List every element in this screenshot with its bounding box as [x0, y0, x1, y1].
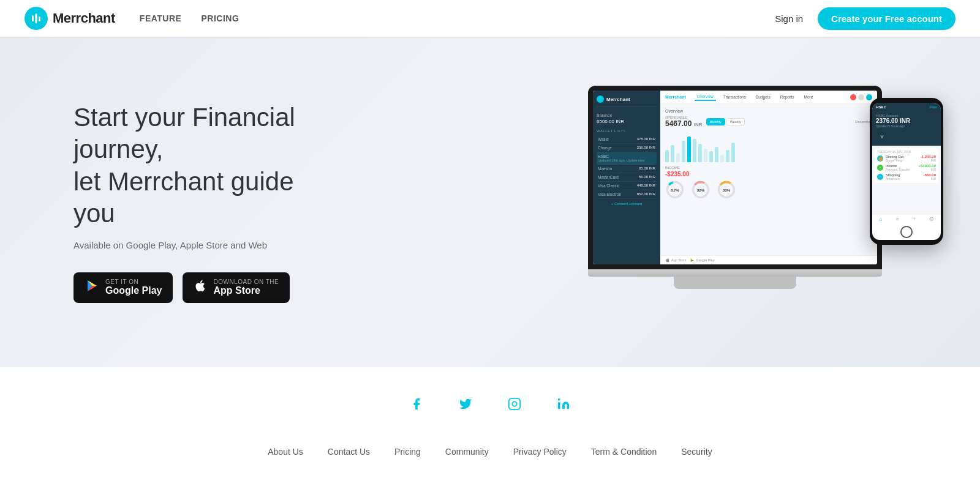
phone-balance-section: HSBC Account 2376.00 INR Updated 5 hours… [872, 111, 941, 146]
income-label: INCOME [665, 166, 872, 170]
logo-area: Merrchant [24, 7, 115, 30]
toggle-weekly[interactable]: Weekly [726, 118, 745, 125]
donut-3: 33% [717, 180, 736, 200]
hero-heading: Start your Financial journey, let Merrch… [74, 102, 331, 230]
donuts-row: 8.7% 32% [665, 180, 872, 200]
sidebar-logo-icon [597, 95, 604, 103]
sign-in-link[interactable]: Sign in [775, 13, 803, 24]
hero-text: Start your Financial journey, let Merrch… [74, 102, 331, 303]
topbar-reports[interactable]: Reports [778, 94, 797, 100]
bar-10 [715, 147, 718, 162]
laptop-base [588, 269, 882, 277]
phone-nav-add[interactable]: + [913, 216, 916, 222]
svg-rect-0 [32, 15, 34, 21]
twitter-icon[interactable] [453, 392, 478, 416]
phone-tx-date: TUESDAY 16 JAN, 2018 [877, 150, 936, 154]
svg-text:33%: 33% [723, 188, 731, 192]
footer-term-condition[interactable]: Term & Condition [591, 447, 657, 457]
nav-pricing[interactable]: PRICING [201, 13, 239, 23]
bar-7 [698, 144, 702, 162]
phone-nav-chart[interactable]: ≡ [895, 216, 899, 222]
sidebar-wallet-visa-classic: Visa Classic 448.00 INR [597, 182, 657, 190]
social-icons [0, 392, 980, 416]
footer-community[interactable]: Community [445, 447, 489, 457]
sidebar-wallet-wallet: Wallet 478.00 INR [597, 135, 657, 144]
topbar-more[interactable]: More [802, 94, 816, 100]
google-play-bottom-link[interactable]: Google Play [690, 258, 714, 263]
add-button-icon [866, 94, 872, 100]
dining-icon: 🍔 [877, 155, 883, 162]
footer-pricing[interactable]: Pricing [394, 447, 421, 457]
header-right: Sign in Create your Free account [775, 7, 956, 30]
sidebar-wallet-lists-label: WALLET LISTS [597, 129, 657, 133]
sidebar-add-account: + Connect Account [597, 202, 657, 206]
sidebar-brand: Merrchant [606, 97, 630, 102]
phone-filter[interactable]: Filter [930, 105, 937, 109]
user-avatar [858, 94, 864, 100]
svg-point-21 [558, 398, 560, 401]
phone-bank-name: HSBC [876, 105, 886, 109]
phone-nav-settings[interactable]: ⚙ [929, 216, 934, 222]
phone-bottom-nav: ⌂ ≡ + ⚙ [872, 214, 941, 224]
bar-chart [665, 132, 872, 162]
app-store-bottom-link[interactable]: App Store [665, 258, 686, 263]
app-sidebar-header: Merrchant [597, 95, 657, 107]
laptop-screen-inner: Merrchant Balance 6500.00 INR WALLET LIS… [593, 91, 877, 264]
bar-4 [682, 141, 685, 162]
laptop-screen-outer: Merrchant Balance 6500.00 INR WALLET LIS… [588, 86, 882, 269]
header-left: Merrchant FEATURE PRICING [24, 7, 239, 30]
app-store-text: Download on the App Store [213, 278, 279, 296]
footer-about-us[interactable]: About Us [268, 447, 303, 457]
app-spendable: SPENDABLE 5467.00 INR Monthly Weekly [665, 116, 872, 128]
phone-home-button [900, 226, 913, 238]
create-account-button[interactable]: Create your Free account [818, 7, 956, 30]
google-play-button[interactable]: GET IT ON Google Play [74, 272, 173, 303]
toggle-buttons: Monthly Weekly [706, 118, 745, 125]
bar-5 [687, 136, 691, 162]
bar-1 [665, 150, 669, 162]
sidebar-wallet-maestro: Maestro 85.00 INR [597, 165, 657, 173]
nav-feature[interactable]: FEATURE [140, 13, 182, 23]
phone-mockup: HSBC Filter HSBC Account 2376.00 INR Upd… [870, 98, 943, 245]
apple-icon [194, 279, 207, 296]
svg-rect-19 [509, 398, 520, 409]
footer-security[interactable]: Security [681, 447, 712, 457]
topbar-transactions[interactable]: Transactions [721, 94, 748, 100]
topbar-overview[interactable]: Overview [695, 93, 716, 101]
sidebar-wallet-visa-electron: Visa Electron 852.00 INR [597, 190, 657, 199]
phone-tx-shopping: 🛒 Shopping Amazon.in -650.00 INR [877, 173, 936, 181]
spendable-amount: 5467.00 INR [665, 119, 703, 128]
user-notification-icon [850, 94, 856, 100]
donut-2: 32% [691, 180, 710, 200]
toggle-monthly[interactable]: Monthly [706, 118, 725, 125]
app-content: Overview SPENDABLE 5467.00 INR [660, 104, 877, 255]
topbar-budgets[interactable]: Budgets [753, 94, 773, 100]
phone-nav-home[interactable]: ⌂ [879, 216, 882, 222]
phone-transaction-group: TUESDAY 16 JAN, 2018 🍔 Dinning Out Burge… [875, 148, 938, 183]
linkedin-icon[interactable] [551, 392, 576, 416]
facebook-icon[interactable] [404, 392, 429, 416]
social-section: About Us Contact Us Pricing Community Pr… [0, 367, 980, 478]
phone-expand-icon[interactable] [876, 130, 937, 141]
sidebar-wallet-hsbc: HSBC Updated 18m ago. Update now [597, 152, 657, 165]
app-sidebar: Merrchant Balance 6500.00 INR WALLET LIS… [593, 91, 660, 264]
svg-rect-1 [36, 13, 37, 23]
instagram-icon[interactable] [502, 392, 527, 416]
footer-contact-us[interactable]: Contact Us [328, 447, 370, 457]
app-store-button[interactable]: Download on the App Store [183, 272, 290, 303]
footer-privacy-policy[interactable]: Privacy Policy [513, 447, 567, 457]
bar-13 [731, 143, 735, 162]
phone-balance-note: Updated 5 hours ago [876, 124, 937, 128]
income-amount: -$235.00 [665, 171, 872, 177]
bar-11 [720, 155, 724, 162]
phone-topbar: HSBC Filter [872, 103, 941, 111]
store-buttons: GET IT ON Google Play Download on the Ap… [74, 272, 331, 303]
svg-rect-2 [39, 17, 40, 21]
phone-content: TUESDAY 16 JAN, 2018 🍔 Dinning Out Burge… [872, 146, 941, 214]
bar-2 [671, 145, 674, 162]
income-icon: ↑ [877, 165, 883, 171]
footer-links: About Us Contact Us Pricing Community Pr… [0, 435, 980, 469]
laptop-mockup: Merrchant Balance 6500.00 INR WALLET LIS… [588, 86, 882, 294]
header: Merrchant FEATURE PRICING Sign in Create… [0, 0, 980, 37]
hero-section: Start your Financial journey, let Merrch… [0, 37, 980, 367]
